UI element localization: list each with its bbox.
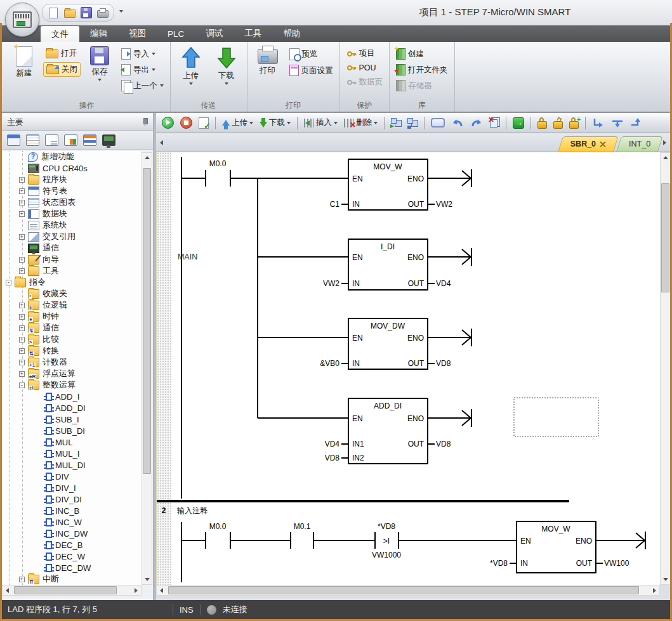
instruction-block-add-di[interactable]: ADD_DI EN ENO VD4 IN1 VD8 IN2 OUT VD8: [325, 398, 451, 464]
save-button[interactable]: 保存: [83, 44, 116, 83]
tree-item-inc-w[interactable]: INC_W: [2, 516, 142, 528]
library-open-folder-button[interactable]: 打开文件夹: [393, 63, 451, 77]
page-setup-button[interactable]: 页面设置: [287, 63, 336, 77]
expand-icon[interactable]: +: [19, 211, 25, 217]
tree-item-wizards[interactable]: +向导: [2, 254, 142, 265]
menu-debug[interactable]: 调试: [195, 25, 234, 42]
protect-pou-button[interactable]: POU: [344, 62, 386, 74]
scrollbar-thumb[interactable]: [661, 183, 669, 292]
menu-edit[interactable]: 编辑: [79, 25, 118, 42]
dropdown-arrow-icon[interactable]: [334, 122, 338, 124]
tree-item-communications[interactable]: 通信: [2, 242, 142, 254]
network-comment[interactable]: 输入注释: [177, 506, 208, 515]
selection-box[interactable]: [514, 398, 598, 436]
new-button[interactable]: 新建: [8, 44, 41, 81]
lock-button[interactable]: [536, 115, 549, 130]
tree-item-compare[interactable]: +>比较: [2, 334, 142, 345]
expand-icon[interactable]: +: [19, 360, 25, 365]
collapse-icon[interactable]: -: [19, 382, 25, 388]
collapse-icon[interactable]: -: [6, 280, 11, 285]
close-tab-icon[interactable]: [600, 141, 606, 147]
compile-button[interactable]: [197, 116, 211, 130]
scroll-down-arrow[interactable]: [661, 575, 670, 584]
tree-item-symbol-table[interactable]: +符号表: [2, 185, 142, 197]
close-button[interactable]: 关闭: [43, 62, 81, 77]
tree-item-status-chart[interactable]: +状态图表: [2, 197, 142, 208]
customize-quick-access-icon[interactable]: [119, 10, 123, 13]
scroll-left-arrow[interactable]: [157, 585, 166, 595]
instruction-block-mov-w[interactable]: MOV_W EN ENO C1 IN OUT VW2: [330, 159, 453, 210]
tab-sbr-0[interactable]: SBR_0: [560, 136, 616, 152]
instruction-block-mov-dw[interactable]: MOV_DW EN ENO &VB0 IN OUT VD8: [320, 318, 451, 369]
download-button[interactable]: 下载: [210, 44, 243, 87]
tree-item-data-block[interactable]: +数据块: [2, 208, 142, 219]
contact-m0-1[interactable]: M0.1: [291, 522, 313, 549]
tree-item-cross-reference[interactable]: +交叉引用: [2, 231, 142, 242]
editor-vertical-scrollbar[interactable]: [660, 152, 671, 585]
box-instruction-button[interactable]: [429, 117, 447, 129]
redo-button[interactable]: [468, 117, 485, 129]
expand-icon[interactable]: +: [19, 257, 25, 263]
print-button[interactable]: 打印: [251, 44, 284, 78]
branch-down-button[interactable]: [609, 116, 626, 130]
branch-right-button[interactable]: [590, 116, 607, 130]
symbol-table-view-icon[interactable]: [26, 134, 39, 146]
expand-icon[interactable]: +: [19, 325, 25, 331]
print-icon[interactable]: [97, 10, 109, 18]
tree-item-add-i[interactable]: ADD_I: [2, 391, 142, 402]
upload-toolbar-button[interactable]: 上传: [220, 116, 255, 129]
save-icon[interactable]: [81, 7, 92, 18]
tree-item-program-block[interactable]: +程序块: [2, 174, 142, 185]
menu-help[interactable]: 帮助: [272, 25, 311, 42]
editor-horizontal-scrollbar[interactable]: [156, 585, 660, 596]
instruction-block-i-di[interactable]: I_DI EN ENO VW2 IN OUT VD4: [323, 239, 451, 290]
stop-button[interactable]: [178, 115, 194, 130]
tree-item-add-di[interactable]: ADD_DI: [2, 402, 142, 414]
scroll-right-arrow[interactable]: [131, 585, 141, 595]
tree-item-convert[interactable]: +⇅转换: [2, 345, 142, 356]
communications-view-icon[interactable]: [102, 134, 115, 146]
sidebar-vertical-scrollbar[interactable]: [142, 152, 152, 585]
tree-item-dec-dw[interactable]: DEC_DW: [2, 562, 142, 573]
preview-button[interactable]: 预览: [287, 47, 336, 62]
tree-item-mul[interactable]: MUL: [2, 436, 142, 448]
download-toolbar-button[interactable]: 下载: [258, 116, 293, 129]
tree-item-dec-w[interactable]: DEC_W: [2, 551, 142, 562]
tree-item-div[interactable]: DIV: [2, 471, 142, 482]
dropdown-arrow-icon[interactable]: [249, 122, 253, 124]
run-button[interactable]: [160, 115, 176, 130]
scroll-up-arrow[interactable]: [142, 153, 152, 162]
menu-file[interactable]: 文件: [41, 26, 79, 42]
dropdown-arrow-icon[interactable]: [189, 82, 193, 85]
tree-item-sub-di[interactable]: SUB_DI: [2, 425, 142, 436]
import-button[interactable]: 导入: [119, 47, 166, 61]
expand-icon[interactable]: +: [19, 337, 25, 343]
insert-button[interactable]: 插入: [302, 116, 339, 129]
protect-project-button[interactable]: 项目: [344, 47, 386, 60]
program-block-view-icon[interactable]: [7, 134, 20, 146]
upload-button[interactable]: 上传: [175, 44, 208, 87]
status-chart-view-icon[interactable]: [45, 134, 58, 146]
pin-icon[interactable]: [142, 118, 148, 126]
tree-item-div-di[interactable]: DIV_DI: [2, 494, 142, 505]
scrollbar-thumb[interactable]: [14, 586, 117, 594]
tree-item-clock[interactable]: +●时钟: [2, 311, 142, 322]
tab-scroll-right-icon[interactable]: [662, 136, 668, 150]
delete-button[interactable]: 删除: [342, 116, 379, 129]
undo-button[interactable]: [449, 117, 466, 129]
tree-item-dec-b[interactable]: DEC_B: [2, 539, 142, 551]
tree-item-new-features[interactable]: ?新增功能: [2, 151, 142, 162]
scroll-up-arrow[interactable]: [661, 153, 670, 162]
contact-m0-0[interactable]: M0.0: [206, 159, 230, 186]
dropdown-arrow-icon[interactable]: [287, 122, 291, 124]
add-lock-button[interactable]: [567, 115, 581, 130]
tree-item-bit-logic[interactable]: +‖位逻辑: [2, 299, 142, 311]
compare-contact[interactable]: *VD8 >I VW1000: [372, 522, 401, 559]
unlock-button[interactable]: [551, 115, 565, 130]
tree-item-cpu[interactable]: CPU CR40s: [2, 162, 142, 174]
scrollbar-thumb[interactable]: [168, 586, 639, 594]
expand-icon[interactable]: +: [19, 348, 25, 354]
ladder-editor-canvas[interactable]: M0.0 MOV_W EN ENO: [156, 152, 661, 585]
expand-icon[interactable]: +: [19, 268, 25, 274]
expand-icon[interactable]: +: [19, 577, 25, 582]
